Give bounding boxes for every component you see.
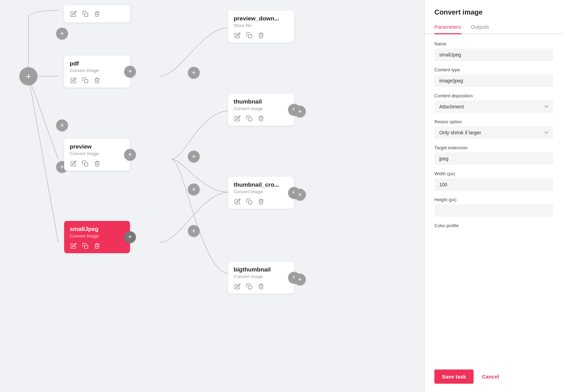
cancel-button[interactable]: Cancel [479,369,502,384]
top-node-copy-button[interactable] [81,10,89,18]
preview-down-delete-button[interactable] [257,32,265,39]
smalljpeg-copy-button[interactable] [81,242,89,250]
thumbnail-copy-button[interactable] [245,115,253,122]
smalljpeg-node-title: smallJpeg [70,226,124,233]
svg-rect-8 [249,35,252,38]
bigthumbnail-copy-button[interactable] [245,283,253,290]
thumbnail-cro-edit-button[interactable] [234,198,241,205]
right-add-bigthumbnail[interactable]: + [294,274,306,285]
thumbnail-cro-copy-button[interactable] [245,198,253,205]
smalljpeg-add-button[interactable]: + [124,231,136,243]
field-content-type: Content type [434,67,553,87]
content-disposition-wrapper: Attachment Inline [434,100,553,113]
field-content-type-input[interactable] [434,74,553,87]
field-resize-option-label: Resize option [434,119,553,124]
field-color-profile-label: Color profile [434,223,553,228]
thumbnail-title: thumbnail [234,98,288,105]
content-disposition-select[interactable]: Attachment Inline [434,100,553,113]
connections-svg [0,0,424,392]
field-resize-option: Resize option Only shrink if larger Alwa… [434,119,553,139]
right-add-thumbnail[interactable]: + [294,106,306,117]
svg-line-1 [28,76,58,159]
svg-rect-7 [85,245,88,249]
svg-line-2 [28,76,58,242]
workflow-canvas: + + + + pdf Convert image + [0,0,424,392]
preview-down-title: preview_down... [234,15,288,22]
pdf-node-subtitle: Convert image [70,68,124,73]
tab-parameters[interactable]: Parameters [434,20,461,34]
field-content-type-label: Content type [434,67,553,72]
resize-option-select[interactable]: Only shrink if larger Always resize Only… [434,126,553,139]
smalljpeg-edit-button[interactable] [70,242,77,250]
thumbnail-delete-button[interactable] [257,115,265,122]
svg-rect-9 [249,118,252,121]
preview-node-title: preview [70,143,124,150]
resize-option-wrapper: Only shrink if larger Always resize Only… [434,126,553,139]
branch-add-2[interactable]: + [56,119,68,131]
preview-down-copy-button[interactable] [245,32,253,39]
tab-outputs[interactable]: Outputs [471,20,490,34]
thumbnail-edit-button[interactable] [234,115,241,122]
mid-add-3[interactable]: + [188,184,200,195]
preview-down-subtitle: Store file [234,23,288,28]
bigthumbnail-edit-button[interactable] [234,283,241,290]
svg-rect-10 [249,201,252,204]
field-width-input[interactable] [434,178,553,191]
pdf-add-button[interactable]: + [124,66,136,78]
field-content-disposition: Content disposition Attachment Inline [434,93,553,113]
field-height: Height (px) [434,197,553,217]
thumbnail-cro-delete-button[interactable] [257,198,265,205]
field-target-extension-label: Target extension [434,145,553,150]
field-name: Name [434,41,553,61]
svg-rect-6 [85,163,88,166]
bigthumbnail-node: bigthumbnail Convert image + [228,261,294,294]
top-node-edit-button[interactable] [70,10,77,18]
smalljpeg-node-subtitle: Convert image [70,233,124,239]
bigthumbnail-subtitle: Convert image [234,274,288,279]
field-color-profile: Color profile [434,223,553,228]
field-name-input[interactable] [434,48,553,61]
preview-node-subtitle: Convert image [70,151,124,156]
field-target-extension: Target extension [434,145,553,165]
pdf-node-title: pdf [70,60,124,67]
pdf-delete-button[interactable] [93,77,101,84]
field-height-label: Height (px) [434,197,553,202]
right-panel: Convert image Parameters Outputs Name Co… [424,0,563,392]
field-content-disposition-label: Content disposition [434,93,553,98]
svg-rect-4 [85,13,88,17]
smalljpeg-delete-button[interactable] [93,242,101,250]
preview-node: preview Convert image + [64,139,130,171]
thumbnail-cro-title: thumbnail_cro... [234,181,288,188]
mid-add-4[interactable]: + [188,225,200,237]
mid-add-1[interactable]: + [188,67,200,79]
preview-delete-button[interactable] [93,160,101,167]
top-node [64,5,130,23]
save-task-button[interactable]: Save task [434,369,474,384]
panel-body: Name Content type Content disposition At… [425,34,563,364]
thumbnail-node: thumbnail Convert image + [228,93,294,126]
field-width-label: Width (px) [434,171,553,176]
panel-footer: Save task Cancel [425,364,563,392]
pdf-node: pdf Convert image + [64,55,130,88]
pdf-copy-button[interactable] [81,77,89,84]
branch-add-1[interactable]: + [56,28,68,39]
panel-title: Convert image [425,0,563,16]
thumbnail-cro-node: thumbnail_cro... Convert image + [228,177,294,209]
field-name-label: Name [434,41,553,46]
svg-rect-11 [249,286,252,289]
smalljpeg-node: smallJpeg Convert image + [64,221,130,253]
top-node-delete-button[interactable] [93,10,101,18]
bigthumbnail-delete-button[interactable] [257,283,265,290]
preview-add-button[interactable]: + [124,149,136,161]
field-target-extension-input[interactable] [434,152,553,165]
field-width: Width (px) [434,171,553,191]
right-add-thumbnail-cro[interactable]: + [294,189,306,201]
mid-add-2[interactable]: + [188,151,200,162]
preview-copy-button[interactable] [81,160,89,167]
pdf-edit-button[interactable] [70,77,77,84]
preview-down-edit-button[interactable] [234,32,241,39]
preview-down-node: preview_down... Store file [228,10,294,43]
root-add-button[interactable]: + [19,67,37,85]
preview-edit-button[interactable] [70,160,77,167]
field-height-input[interactable] [434,204,553,217]
